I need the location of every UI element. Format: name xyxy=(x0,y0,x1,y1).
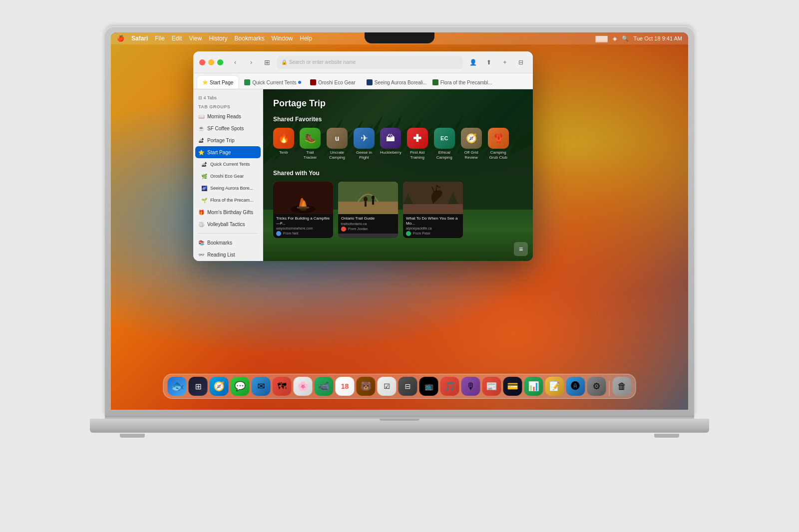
trail-svg xyxy=(338,182,398,214)
star-icon: ⭐ xyxy=(198,150,204,155)
trackpad-notch xyxy=(380,419,419,421)
tab-aurora[interactable]: Seeing Aurora Boreali... xyxy=(362,76,426,89)
shared-with-you-heading: Shared with You xyxy=(273,170,523,177)
dock-mail[interactable]: ✉ xyxy=(252,377,271,396)
file-menu[interactable]: File xyxy=(155,35,164,42)
aurora-icon: 🌌 xyxy=(201,186,207,191)
fav-camping-grub[interactable]: 🦞 Camping Grub Club xyxy=(487,128,509,160)
dock-safari[interactable]: 🧭 xyxy=(210,377,229,396)
dock-bear[interactable]: 🐻 xyxy=(357,377,376,396)
dock-music[interactable]: 🎵 xyxy=(440,377,459,396)
dock-messages[interactable]: 💬 xyxy=(231,377,250,396)
shared-card-moose[interactable]: What To Do When You See a Mo... alpinepa… xyxy=(403,182,463,238)
firstaid-label: First Aid Training xyxy=(406,150,428,160)
huckleberry-icon: 🏔 xyxy=(380,128,401,149)
minimize-button[interactable] xyxy=(208,59,214,65)
fav-ethical[interactable]: EC Ethical Camping xyxy=(433,128,455,160)
safari-sidebar: ⊟ 4 Tabs Tab Groups 📖 Morning Reads ☕ xyxy=(193,89,263,261)
tab-oroshi[interactable]: Oroshi Eco Gear xyxy=(305,76,360,89)
card-info-campfire: Tricks For Building a Campfire—F... wayo… xyxy=(273,214,333,238)
sidebar-morning-reads[interactable]: 📖 Morning Reads xyxy=(193,110,263,122)
macbook-feet xyxy=(90,434,709,438)
forward-button[interactable]: › xyxy=(245,56,257,68)
traffic-lights xyxy=(199,59,223,65)
help-menu[interactable]: Help xyxy=(300,35,312,42)
address-bar[interactable]: 🔒 Search or enter website name xyxy=(277,56,463,69)
shared-card-campfire[interactable]: Tricks For Building a Campfire—F... wayo… xyxy=(273,182,333,238)
dock-finder[interactable]: 🐟 xyxy=(168,377,187,396)
app-name-menu[interactable]: Safari xyxy=(131,35,148,42)
gift-icon: 🎁 xyxy=(198,210,204,215)
fav-firstaid[interactable]: ✚ First Aid Training xyxy=(406,128,428,160)
dock-appstore[interactable]: 🅐 xyxy=(566,377,585,396)
sidebar-flora[interactable]: 🌱 Flora of the Precam... xyxy=(193,194,263,206)
new-tab-button[interactable]: + xyxy=(499,56,511,68)
fav-trail[interactable]: 🥾 Trail Tracker xyxy=(299,128,321,160)
tab-flora[interactable]: Flora of the Precambl... xyxy=(427,76,492,89)
fav-huckleberry[interactable]: 🏔 Huckleberry xyxy=(380,128,401,160)
svg-rect-3 xyxy=(338,202,398,214)
dock-notes[interactable]: 📝 xyxy=(545,377,564,396)
history-menu[interactable]: History xyxy=(209,35,227,42)
volleyball-icon: 🏐 xyxy=(198,222,204,227)
sidebar-volleyball[interactable]: 🏐 Volleyball Tactics xyxy=(193,218,263,230)
sidebar-oroshi[interactable]: 🌿 Oroshi Eco Gear xyxy=(193,170,263,182)
account-icon[interactable]: 👤 xyxy=(467,56,479,68)
dock-more1[interactable]: ⊟ xyxy=(399,377,417,396)
sidebar-bookmarks[interactable]: 📚 Bookmarks xyxy=(193,237,263,249)
bookmarks-menu[interactable]: Bookmarks xyxy=(235,35,265,42)
window-menu[interactable]: Window xyxy=(272,35,293,42)
card-from-campfire: From Neil xyxy=(276,231,330,236)
shared-card-trail[interactable]: Ontario Trail Guide trailsofontario.ca F… xyxy=(338,182,398,238)
sidebar-sf-coffee[interactable]: ☕ SF Coffee Spots xyxy=(193,122,263,134)
sidebar-reading-list[interactable]: 👓 Reading List xyxy=(193,249,263,261)
oroshi-icon: 🌿 xyxy=(201,174,207,179)
search-icon[interactable]: 🔍 xyxy=(622,35,629,42)
dock-trash[interactable]: 🗑 xyxy=(613,377,632,396)
dock-photos[interactable]: 🌸 xyxy=(294,377,313,396)
sidebar-quick-tents[interactable]: 🏕 Quick Current Tents xyxy=(193,158,263,170)
fav-uncrate[interactable]: u Uncrate Camping xyxy=(326,128,348,160)
dock-podcasts[interactable]: 🎙 xyxy=(461,377,480,396)
tents-icon: 🏕 xyxy=(201,162,207,167)
sidebar-portage-trip[interactable]: 🏕 Portage Trip xyxy=(193,134,263,146)
dock-reminders[interactable]: ☑ xyxy=(378,377,397,396)
dock-wallet[interactable]: 💳 xyxy=(503,377,522,396)
view-menu[interactable]: View xyxy=(189,35,202,42)
sidebar-start-page[interactable]: ⭐ Start Page xyxy=(195,146,261,158)
dock-system-prefs[interactable]: ⚙ xyxy=(587,377,606,396)
tab-dot-tents xyxy=(298,81,301,84)
card-info-trail: Ontario Trail Guide trailsofontario.ca F… xyxy=(338,214,398,234)
card-title-trail: Ontario Trail Guide xyxy=(341,216,395,221)
close-button[interactable] xyxy=(199,59,205,65)
bookmarks-icon: 📚 xyxy=(198,240,204,246)
geese-label: Geese in Flight xyxy=(353,150,375,160)
dock-facetime[interactable]: 📹 xyxy=(315,377,334,396)
fav-geese[interactable]: ✈ Geese in Flight xyxy=(353,128,375,160)
dock-apple-tv[interactable]: 📺 xyxy=(419,377,438,396)
campfire-svg xyxy=(273,182,333,214)
sidebar-moms-gifts[interactable]: 🎁 Mom's Birthday Gifts xyxy=(193,206,263,218)
edit-menu[interactable]: Edit xyxy=(172,35,182,42)
sidebar-shared-with-you[interactable]: 👥 Shared with You xyxy=(193,261,263,261)
fav-tentr[interactable]: 🔥 Tentr xyxy=(273,128,294,160)
tab-bar: ⭐ Start Page Quick Current Tents Oroshi … xyxy=(193,73,533,89)
battery-icon: ▓▓▓ xyxy=(596,35,608,41)
tab-overview-button[interactable]: ⊞ xyxy=(261,56,273,68)
macbook-lid: 🍎 Safari File Edit View History Bookmark… xyxy=(105,26,694,416)
dock-numbers[interactable]: 📊 xyxy=(524,377,543,396)
dock-calendar[interactable]: 18 xyxy=(336,377,355,396)
tab-start-page[interactable]: ⭐ Start Page xyxy=(197,76,238,89)
apple-menu[interactable]: 🍎 xyxy=(117,35,124,42)
dock-launchpad[interactable]: ⊞ xyxy=(189,377,208,396)
maximize-button[interactable] xyxy=(217,59,223,65)
dock-maps[interactable]: 🗺 xyxy=(273,377,292,396)
sidebar-aurora[interactable]: 🌌 Seeing Aurora Bore... xyxy=(193,182,263,194)
back-button[interactable]: ‹ xyxy=(229,56,241,68)
tab-quick-tents[interactable]: Quick Current Tents xyxy=(239,76,304,89)
tabs-button[interactable]: ⊟ xyxy=(515,56,527,68)
share-button[interactable]: ⬆ xyxy=(483,56,495,68)
camping-grub-icon: 🦞 xyxy=(488,128,509,149)
dock-news[interactable]: 📰 xyxy=(482,377,501,396)
fav-offgrid[interactable]: 🧭 Off Grid Review xyxy=(460,128,482,160)
